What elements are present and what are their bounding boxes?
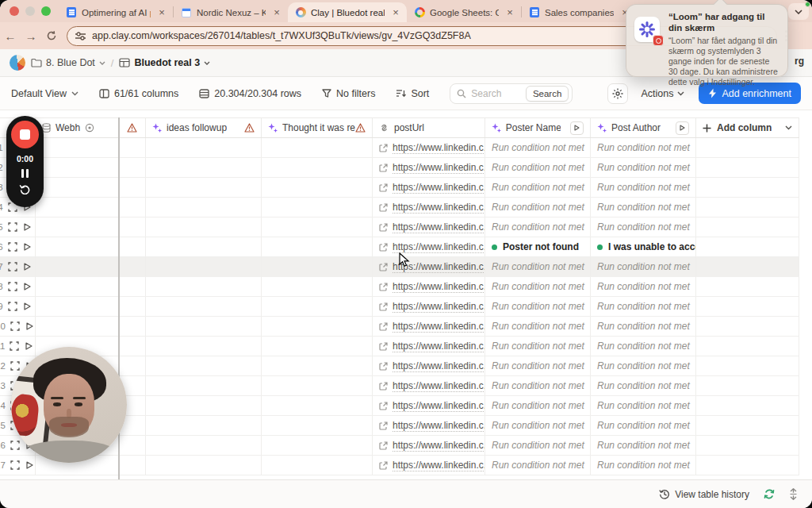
ideas-followup-cell[interactable] xyxy=(146,158,262,177)
thought-relevant-cell[interactable] xyxy=(262,237,373,256)
warning-cell[interactable] xyxy=(119,337,146,356)
thought-relevant-cell[interactable] xyxy=(262,257,373,276)
run-column-button[interactable] xyxy=(676,121,689,135)
linkedin-link[interactable]: https://www.linkedin.c... xyxy=(393,241,485,253)
tab-search-button[interactable] xyxy=(788,3,809,20)
linkedin-link[interactable]: https://www.linkedin.c... xyxy=(393,221,485,233)
poster-name-cell[interactable]: Run condition not met xyxy=(485,158,591,177)
post-author-cell[interactable]: Run condition not met xyxy=(591,337,696,356)
column-header-thought-relevant[interactable]: Thought it was releva xyxy=(262,118,373,137)
expand-row-icon[interactable] xyxy=(8,242,17,252)
webhook-cell[interactable] xyxy=(36,317,119,336)
play-row-icon[interactable] xyxy=(24,302,31,310)
poster-name-cell[interactable]: Run condition not met xyxy=(485,297,591,316)
ideas-followup-cell[interactable] xyxy=(146,138,262,157)
post-author-cell[interactable]: Run condition not met xyxy=(591,217,696,237)
ideas-followup-cell[interactable] xyxy=(146,178,262,197)
post-url-cell[interactable]: https://www.linkedin.c... xyxy=(373,277,485,296)
play-row-icon[interactable] xyxy=(26,322,33,330)
ideas-followup-cell[interactable] xyxy=(146,356,262,375)
post-url-cell[interactable]: https://www.linkedin.c... xyxy=(373,376,485,395)
post-author-cell[interactable]: Run condition not met xyxy=(591,277,696,296)
poster-name-cell[interactable]: Run condition not met xyxy=(485,257,591,276)
webhook-cell[interactable] xyxy=(36,257,119,276)
post-author-cell[interactable]: Run condition not met xyxy=(591,317,696,336)
linkedin-link[interactable]: https://www.linkedin.c... xyxy=(393,400,485,412)
close-tab-icon[interactable]: × xyxy=(155,6,168,19)
post-url-cell[interactable]: https://www.linkedin.c... xyxy=(373,356,485,375)
linkedin-link[interactable]: https://www.linkedin.c... xyxy=(393,341,485,352)
expand-row-icon[interactable] xyxy=(10,341,19,351)
post-author-cell[interactable]: Run condition not met xyxy=(591,356,696,375)
post-url-cell[interactable]: https://www.linkedin.c... xyxy=(373,297,485,316)
thought-relevant-cell[interactable] xyxy=(262,178,373,197)
poster-name-cell[interactable]: Run condition not met xyxy=(485,396,591,415)
thought-relevant-cell[interactable] xyxy=(262,317,373,336)
loom-recorder-widget[interactable]: 0:00 xyxy=(6,116,44,207)
webhook-cell[interactable] xyxy=(36,158,119,177)
ideas-followup-cell[interactable] xyxy=(146,317,262,336)
poster-name-cell[interactable]: Run condition not met xyxy=(485,277,591,296)
column-header-ideas-followup[interactable]: ideas followup xyxy=(146,118,262,137)
thought-relevant-cell[interactable] xyxy=(262,277,373,296)
post-url-cell[interactable]: https://www.linkedin.c... xyxy=(373,198,485,217)
play-row-icon[interactable] xyxy=(26,461,33,469)
view-table-history-button[interactable]: View table history xyxy=(659,489,749,500)
post-author-cell[interactable]: Run condition not met xyxy=(591,297,696,316)
thought-relevant-cell[interactable] xyxy=(262,376,373,395)
workspace-switcher[interactable]: 8. Blue Dot xyxy=(31,57,105,68)
post-url-cell[interactable]: https://www.linkedin.c... xyxy=(373,396,485,415)
forward-icon[interactable]: → xyxy=(21,29,41,43)
play-row-icon[interactable] xyxy=(25,342,33,350)
warning-cell[interactable] xyxy=(119,456,146,475)
poster-name-cell[interactable]: Run condition not met xyxy=(485,337,591,356)
post-url-cell[interactable]: https://www.linkedin.c... xyxy=(373,138,485,157)
warning-cell[interactable] xyxy=(119,138,146,157)
play-row-icon[interactable] xyxy=(24,283,31,291)
ideas-followup-cell[interactable] xyxy=(146,376,262,395)
poster-name-cell[interactable]: Run condition not met xyxy=(485,436,591,455)
thought-relevant-cell[interactable] xyxy=(262,337,373,356)
post-author-cell[interactable]: Run condition not met xyxy=(591,396,696,415)
tab-clay-active[interactable]: Clay | Bluedot real 3 × xyxy=(288,2,407,22)
warning-cell[interactable] xyxy=(119,317,146,336)
post-author-cell[interactable]: Run condition not met xyxy=(591,158,696,177)
post-author-cell[interactable]: Run condition not met xyxy=(591,178,696,197)
webhook-cell[interactable] xyxy=(36,237,119,256)
post-author-cell[interactable]: I was unable to access... xyxy=(591,237,696,256)
rows-button[interactable]: 20.304/20.304 rows xyxy=(199,88,301,99)
tab-sales-companies[interactable]: Sales companies angles × xyxy=(522,2,636,22)
warning-cell[interactable] xyxy=(119,158,146,177)
row-number[interactable]: 8 xyxy=(0,277,36,296)
tab-optimering[interactable]: Optimering af AI promp × xyxy=(59,2,173,22)
run-column-button[interactable] xyxy=(570,121,584,135)
linkedin-link[interactable]: https://www.linkedin.c... xyxy=(393,301,485,313)
close-tab-icon[interactable]: × xyxy=(270,6,283,19)
tab-google-sheets[interactable]: Google Sheets: Onliner × xyxy=(407,2,521,22)
close-window-button[interactable] xyxy=(10,6,19,16)
expand-row-icon[interactable] xyxy=(8,222,17,232)
row-number[interactable]: 9 xyxy=(0,297,36,316)
linkedin-link[interactable]: https://www.linkedin.c... xyxy=(393,202,485,214)
ideas-followup-cell[interactable] xyxy=(146,456,262,475)
warning-cell[interactable] xyxy=(119,237,146,256)
post-url-cell[interactable]: https://www.linkedin.c... xyxy=(373,237,485,256)
close-tab-icon[interactable]: × xyxy=(504,6,516,19)
linkedin-link[interactable]: https://www.linkedin.c... xyxy=(393,182,485,194)
thought-relevant-cell[interactable] xyxy=(262,158,373,177)
poster-name-cell[interactable]: Run condition not met xyxy=(485,317,591,336)
expand-row-icon[interactable] xyxy=(10,321,20,331)
restart-recording-icon[interactable] xyxy=(19,183,31,194)
ideas-followup-cell[interactable] xyxy=(146,337,262,356)
filters-button[interactable]: No filters xyxy=(322,88,375,99)
post-url-cell[interactable]: https://www.linkedin.c... xyxy=(373,257,485,276)
row-number[interactable]: 7 xyxy=(0,257,36,276)
play-row-icon[interactable] xyxy=(24,243,31,251)
row-number[interactable]: 10 xyxy=(0,317,36,336)
webhook-cell[interactable] xyxy=(36,297,119,316)
thought-relevant-cell[interactable] xyxy=(262,456,373,475)
zoom-window-button[interactable] xyxy=(41,6,51,16)
search-input[interactable] xyxy=(471,88,521,99)
poster-name-cell[interactable]: Poster not found xyxy=(485,237,591,256)
back-icon[interactable]: ← xyxy=(0,29,21,43)
